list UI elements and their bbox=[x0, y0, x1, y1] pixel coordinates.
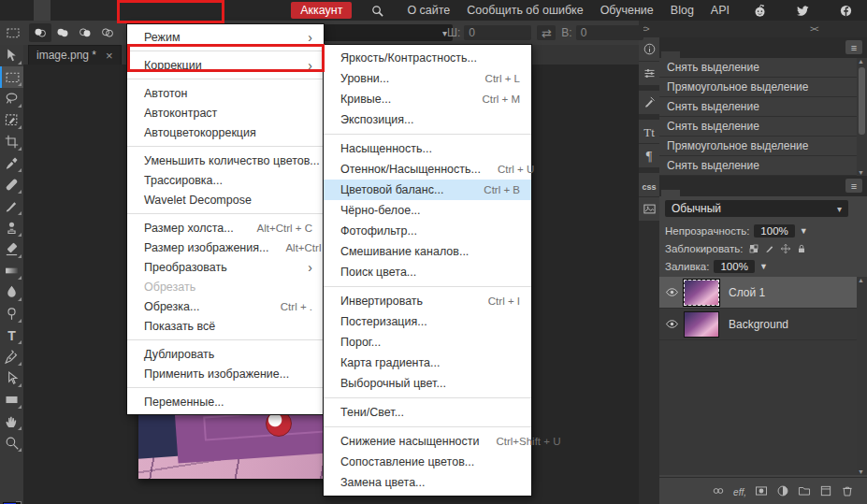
selection-mode-button[interactable] bbox=[29, 23, 51, 42]
tool-button[interactable] bbox=[0, 346, 23, 367]
tool-button[interactable] bbox=[0, 367, 23, 389]
lock-option[interactable] bbox=[748, 243, 759, 254]
submenu-item[interactable]: Насыщенность... bbox=[324, 138, 531, 159]
menu-item[interactable]: Размер холста... Alt+Ctrl + C bbox=[127, 218, 324, 238]
tool-button[interactable] bbox=[0, 303, 23, 324]
lock-option[interactable] bbox=[796, 243, 807, 254]
scroll-down-icon[interactable]: ▼ bbox=[858, 468, 864, 475]
layer-thumbnail[interactable] bbox=[684, 311, 719, 338]
layers-action[interactable] bbox=[798, 484, 811, 497]
width-input[interactable]: 0 bbox=[464, 25, 531, 40]
menubar-item[interactable] bbox=[34, 0, 51, 21]
scroll-down-icon[interactable]: ▼ bbox=[858, 169, 864, 176]
layers-action[interactable] bbox=[819, 484, 832, 497]
strip-button[interactable] bbox=[639, 91, 659, 114]
fill-slider-icon[interactable]: ▼ bbox=[759, 262, 768, 271]
menubar-right-item[interactable] bbox=[738, 0, 781, 21]
history-item[interactable]: Прямоугольное выделение bbox=[659, 78, 857, 97]
menubar-item[interactable] bbox=[0, 0, 17, 21]
tool-button[interactable] bbox=[0, 66, 23, 88]
selection-mode-button[interactable] bbox=[96, 23, 119, 42]
selection-mode-button[interactable] bbox=[74, 23, 96, 42]
collapse-panels-icon[interactable]: >< bbox=[810, 24, 818, 34]
tool-button[interactable] bbox=[0, 152, 23, 174]
menubar-item[interactable] bbox=[51, 0, 67, 21]
menu-item[interactable]: Применить изображение... bbox=[127, 364, 324, 383]
panel-tab[interactable] bbox=[682, 190, 701, 196]
layers-action[interactable] bbox=[712, 484, 725, 497]
tool-button[interactable] bbox=[0, 217, 23, 238]
submenu-item[interactable]: Постеризация... bbox=[324, 311, 531, 332]
menubar-right-item[interactable] bbox=[355, 0, 398, 21]
tool-button[interactable] bbox=[0, 131, 23, 152]
menu-item[interactable]: Wavelet Decompose bbox=[127, 190, 324, 209]
eye-icon[interactable] bbox=[659, 317, 684, 331]
submenu-item[interactable]: Отеннок/Насыщенность... Ctrl + U bbox=[324, 159, 531, 180]
menubar-item[interactable] bbox=[84, 0, 101, 21]
blend-mode-select[interactable]: Обычный▾ bbox=[665, 200, 848, 217]
layers-action[interactable]: eff, bbox=[733, 482, 746, 499]
layers-action[interactable] bbox=[841, 484, 854, 497]
menu-item[interactable]: Показать всё bbox=[127, 316, 324, 336]
panel-tab[interactable] bbox=[661, 190, 680, 196]
menu-item[interactable]: Режим › bbox=[127, 27, 324, 47]
strip-button[interactable] bbox=[639, 37, 659, 61]
submenu-item[interactable]: Фотофильтр... bbox=[324, 221, 531, 241]
tool-button[interactable]: T bbox=[0, 324, 23, 346]
submenu-item[interactable]: Уровни... Ctrl + L bbox=[324, 68, 531, 89]
tool-button[interactable] bbox=[0, 238, 23, 260]
panel-tab[interactable] bbox=[661, 51, 680, 58]
menu-item[interactable]: Размер изображения... Alt+Ctrl + I bbox=[127, 238, 324, 257]
tool-button[interactable] bbox=[0, 195, 23, 217]
menu-item[interactable]: Трассировка... bbox=[127, 170, 324, 190]
menu-item[interactable]: Автотон bbox=[127, 83, 324, 103]
menubar-item[interactable] bbox=[101, 0, 118, 21]
submenu-item[interactable]: Смешивание каналов... bbox=[324, 241, 531, 262]
opacity-slider-icon[interactable]: ▼ bbox=[800, 226, 808, 236]
layer-thumbnail[interactable] bbox=[684, 280, 719, 306]
history-item[interactable]: Снять выделение bbox=[659, 156, 857, 176]
submenu-item[interactable]: Карта градиента... bbox=[324, 353, 531, 373]
submenu-item[interactable]: Замена цвета... bbox=[324, 472, 531, 493]
layer-row[interactable]: Слой 1 bbox=[659, 277, 857, 309]
document-tab[interactable]: image.png *× bbox=[28, 45, 122, 65]
history-item[interactable]: Снять выделение bbox=[659, 117, 857, 137]
menu-item[interactable]: Автоконтраст bbox=[127, 103, 324, 122]
panel-menu-icon[interactable]: ≡ bbox=[845, 40, 862, 54]
fill-value[interactable]: 100% bbox=[714, 260, 754, 273]
menubar-item[interactable] bbox=[135, 0, 152, 21]
menu-item[interactable]: Коррекции › bbox=[127, 55, 324, 75]
tool-button[interactable] bbox=[0, 281, 23, 303]
submenu-item[interactable]: Чёрно-белое... bbox=[324, 200, 531, 221]
layers-action[interactable] bbox=[755, 484, 768, 497]
strip-button[interactable]: ¶ bbox=[639, 144, 659, 167]
lock-option[interactable] bbox=[780, 243, 791, 254]
menubar-right-item[interactable]: API bbox=[702, 0, 738, 21]
history-scrollbar[interactable]: ▲ ▼ bbox=[857, 58, 867, 176]
opacity-value[interactable]: 100% bbox=[754, 224, 794, 238]
submenu-item[interactable]: Сопоставление цветов... bbox=[324, 452, 531, 472]
history-item[interactable]: Снять выделение bbox=[659, 58, 857, 78]
submenu-item[interactable]: Порог... bbox=[324, 332, 531, 353]
tool-button[interactable] bbox=[0, 45, 23, 66]
strip-button[interactable]: css bbox=[639, 173, 659, 196]
panel-tab[interactable] bbox=[702, 190, 721, 196]
menubar-right-item[interactable]: Обучение bbox=[592, 0, 662, 21]
tool-button[interactable] bbox=[0, 410, 23, 432]
submenu-item[interactable]: Кривые... Ctrl + M bbox=[324, 89, 531, 109]
swap-dimensions-icon[interactable]: ⇄ bbox=[537, 25, 556, 40]
tool-button[interactable] bbox=[0, 389, 23, 410]
submenu-item[interactable]: Яркость/Контрастность... bbox=[324, 48, 531, 68]
tool-button[interactable] bbox=[0, 432, 23, 454]
history-item[interactable]: Прямоугольное выделение bbox=[659, 137, 857, 156]
close-icon[interactable]: × bbox=[106, 49, 113, 63]
history-item[interactable]: Снять выделение bbox=[659, 97, 857, 117]
submenu-item[interactable]: Инвертировать Ctrl + I bbox=[324, 291, 531, 311]
panel-tab[interactable] bbox=[682, 51, 701, 58]
menu-item[interactable]: Автоцветокоррекция bbox=[127, 122, 324, 142]
menu-item[interactable]: Переменные... bbox=[127, 392, 324, 411]
submenu-item[interactable]: Тени/Свет... bbox=[324, 402, 531, 423]
menubar-item[interactable] bbox=[67, 0, 84, 21]
tool-button[interactable] bbox=[0, 260, 23, 281]
strip-button[interactable] bbox=[639, 197, 659, 221]
